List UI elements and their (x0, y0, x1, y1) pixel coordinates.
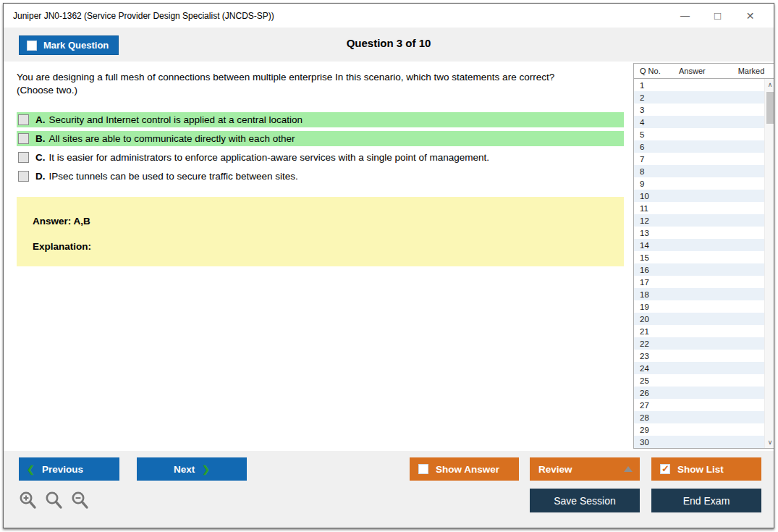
minimize-button[interactable]: — (669, 6, 701, 26)
question-list-row[interactable]: 10 (634, 190, 774, 202)
question-counter: Question 3 of 10 (4, 37, 774, 49)
question-number: 10 (640, 192, 649, 200)
answer-option[interactable]: B.All sites are able to communicate dire… (17, 131, 624, 146)
question-list-row[interactable]: 26 (634, 387, 774, 399)
question-list-row[interactable]: 13 (634, 227, 774, 239)
previous-label: Previous (42, 464, 83, 475)
question-number: 25 (640, 376, 649, 385)
question-list-row[interactable]: 14 (634, 239, 774, 251)
question-list-row[interactable]: 22 (634, 337, 774, 350)
question-list-row[interactable]: 11 (634, 202, 774, 214)
answer-option[interactable]: D.IPsec tunnels can be used to secure tr… (17, 169, 624, 184)
question-number: 23 (640, 352, 649, 360)
question-list-scrollbar[interactable]: ∧ ∨ (764, 79, 774, 448)
next-button[interactable]: Next ❯ (137, 457, 247, 481)
answer-option[interactable]: A.Security and Internet control is appli… (17, 112, 624, 127)
zoom-out-button[interactable] (71, 491, 89, 510)
zoom-default-button[interactable] (45, 491, 63, 510)
question-list-row[interactable]: 17 (634, 276, 774, 288)
option-checkbox[interactable] (18, 171, 29, 182)
question-number: 14 (640, 241, 649, 250)
question-list-row[interactable]: 28 (634, 411, 774, 423)
previous-button[interactable]: ❮ Previous (19, 457, 119, 481)
secondary-row: Save Session End Exam (19, 489, 761, 512)
header-band: Mark Question Question 3 of 10 (4, 28, 774, 62)
question-list: 1234567891011121314151617181920212223242… (633, 79, 774, 449)
question-list-row[interactable]: 15 (634, 251, 774, 263)
show-answer-label: Show Answer (436, 464, 499, 475)
question-list-row[interactable]: 2 (634, 91, 774, 104)
column-qno: Q No. (634, 67, 679, 75)
nav-row: ❮ Previous Next ❯ Show Answer Review Sho… (19, 457, 761, 481)
question-list-row[interactable]: 16 (634, 263, 774, 276)
question-list-row[interactable]: 12 (634, 214, 774, 227)
scroll-up-icon[interactable]: ∧ (765, 79, 774, 90)
column-answer: Answer (679, 67, 730, 75)
question-list-row[interactable]: 8 (634, 165, 774, 177)
exam-window: Juniper JN0-1362 (Service Provider Desig… (3, 3, 774, 528)
question-list-row[interactable]: 20 (634, 313, 774, 325)
question-list-row[interactable]: 1 (634, 79, 774, 91)
question-list-row[interactable]: 19 (634, 300, 774, 313)
option-checkbox[interactable] (18, 152, 29, 163)
question-number: 22 (640, 339, 649, 348)
answer-box: Answer: A,B Explanation: (17, 197, 624, 266)
scroll-down-icon[interactable]: ∨ (765, 436, 774, 448)
chevron-right-icon: ❯ (202, 464, 210, 475)
question-list-row[interactable]: 4 (634, 116, 774, 128)
question-number: 5 (640, 130, 644, 139)
question-list-header: Q No. Answer Marked (633, 63, 774, 79)
question-number: 18 (640, 290, 649, 299)
save-session-button[interactable]: Save Session (530, 489, 640, 512)
question-number: 28 (640, 413, 649, 422)
next-label: Next (174, 464, 195, 475)
option-checkbox[interactable] (18, 114, 29, 125)
scrollbar-thumb[interactable] (766, 92, 774, 124)
show-answer-checkbox (418, 464, 428, 474)
question-list-row[interactable]: 6 (634, 140, 774, 153)
end-exam-label: End Exam (683, 495, 730, 507)
chevron-left-icon: ❮ (27, 464, 35, 475)
magnifier-plus-icon (19, 491, 37, 510)
question-number: 27 (640, 401, 649, 410)
question-list-row[interactable]: 27 (634, 399, 774, 411)
question-list-row[interactable]: 29 (634, 423, 774, 436)
question-number: 17 (640, 278, 649, 287)
question-number: 1 (640, 81, 644, 90)
question-list-row[interactable]: 30 (634, 436, 774, 448)
question-list-row[interactable]: 18 (634, 288, 774, 300)
question-list-row[interactable]: 9 (634, 177, 774, 190)
question-number: 12 (640, 216, 649, 225)
maximize-button[interactable]: □ (701, 6, 734, 26)
show-list-button[interactable]: Show List (651, 457, 761, 481)
show-answer-button[interactable]: Show Answer (410, 457, 519, 481)
question-number: 11 (640, 204, 648, 213)
question-number: 3 (640, 106, 644, 114)
question-list-row[interactable]: 24 (634, 362, 774, 374)
question-text: You are designing a full mesh of connect… (17, 71, 624, 97)
question-list-row[interactable]: 21 (634, 325, 774, 337)
review-label: Review (538, 464, 572, 475)
question-list-row[interactable]: 5 (634, 128, 774, 140)
option-letter: D. (35, 171, 46, 182)
option-letter: B. (35, 133, 46, 144)
zoom-in-button[interactable] (19, 491, 37, 510)
save-session-label: Save Session (554, 495, 616, 507)
question-list-row[interactable]: 7 (634, 153, 774, 165)
option-letter: A. (35, 114, 46, 125)
question-number: 15 (640, 253, 649, 262)
titlebar: Juniper JN0-1362 (Service Provider Desig… (4, 4, 774, 28)
bottom-bar: ❮ Previous Next ❯ Show Answer Review Sho… (4, 451, 774, 528)
review-button[interactable]: Review (530, 457, 640, 481)
option-checkbox[interactable] (18, 133, 29, 144)
question-number: 16 (640, 266, 649, 274)
question-number: 20 (640, 315, 649, 324)
end-exam-button[interactable]: End Exam (651, 489, 761, 512)
question-list-row[interactable]: 3 (634, 104, 774, 116)
question-list-row[interactable]: 23 (634, 350, 774, 362)
question-list-row[interactable]: 25 (634, 374, 774, 387)
window-controls: — □ ✕ (669, 6, 774, 26)
question-number: 13 (640, 229, 649, 237)
close-button[interactable]: ✕ (734, 6, 766, 26)
answer-option[interactable]: C.It is easier for administrators to enf… (17, 150, 624, 165)
